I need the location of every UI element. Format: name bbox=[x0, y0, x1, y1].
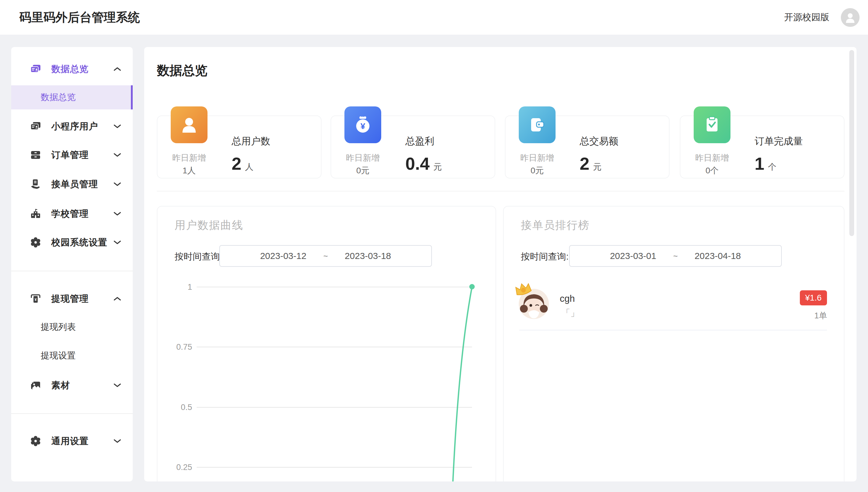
stat-delta-label: 昨日新增 bbox=[513, 152, 561, 164]
stat-unit: 元 bbox=[593, 162, 601, 172]
list-divider bbox=[520, 330, 827, 330]
svg-text:¥: ¥ bbox=[35, 298, 37, 302]
chevron-up-icon bbox=[113, 296, 121, 301]
sidebar: 数据总览 数据总览 小程序用户 bbox=[11, 47, 133, 482]
chevron-down-icon bbox=[113, 182, 121, 187]
courier-note: 「」 bbox=[561, 307, 579, 319]
users-stat-icon bbox=[171, 106, 208, 143]
withdraw-management-icon: ¥ bbox=[30, 293, 41, 304]
sidebar-item-label: 接单员管理 bbox=[51, 178, 113, 191]
stat-label: 订单完成量 bbox=[755, 135, 803, 148]
sidebar-subitem-withdraw-list[interactable]: 提现列表 bbox=[11, 315, 133, 339]
app-root: 码里码外后台管理系统 开源校园版 数据总览 bbox=[0, 0, 868, 492]
stat-main: 总用户数 2人 bbox=[232, 135, 270, 174]
stat-value: 0.4元 bbox=[405, 153, 442, 174]
sidebar-item-materials[interactable]: 素材 bbox=[11, 373, 133, 397]
sidebar-item-label: 校园系统设置 bbox=[51, 236, 113, 249]
sidebar-item-couriers[interactable]: 接单员管理 bbox=[11, 172, 133, 196]
edition-label: 开源校园版 bbox=[784, 11, 829, 24]
clipboard-check-stat-icon bbox=[694, 106, 730, 143]
end-date-input[interactable]: 2023-04-18 bbox=[695, 251, 741, 261]
section-divider bbox=[157, 191, 844, 192]
gear-icon bbox=[30, 237, 41, 248]
stat-yesterday: 昨日新增 1人 bbox=[165, 152, 214, 177]
courier-management-icon bbox=[30, 179, 41, 190]
sidebar-subitem-label: 数据总览 bbox=[41, 91, 76, 103]
page-title: 数据总览 bbox=[157, 62, 208, 79]
stat-delta-label: 昨日新增 bbox=[338, 152, 387, 164]
query-by-time-label: 按时间查询: bbox=[521, 250, 569, 263]
sidebar-item-schools[interactable]: 学校管理 bbox=[11, 202, 133, 226]
order-count: 1单 bbox=[814, 310, 827, 321]
chevron-down-icon bbox=[113, 211, 121, 216]
date-range-picker[interactable]: 2023-03-01 ~ 2023-04-18 bbox=[569, 245, 782, 267]
range-separator: ~ bbox=[673, 251, 678, 261]
sidebar-subitem-label: 提现设置 bbox=[41, 350, 76, 362]
stat-label: 总盈利 bbox=[405, 135, 442, 148]
stat-label: 总交易额 bbox=[580, 135, 618, 148]
header-right: 开源校园版 bbox=[784, 0, 860, 35]
stat-delta-value: 1人 bbox=[165, 164, 214, 177]
stat-main: 总盈利 0.4元 bbox=[405, 135, 442, 174]
school-management-icon bbox=[30, 208, 41, 219]
sidebar-item-general-settings[interactable]: 通用设置 bbox=[11, 429, 133, 453]
stat-card-total-transactions: 昨日新增 0元 总交易额 2元 bbox=[505, 116, 670, 178]
stat-value: 2人 bbox=[232, 153, 270, 174]
stat-delta-value: 0元 bbox=[338, 164, 387, 177]
stat-unit: 人 bbox=[245, 162, 254, 172]
user-curve-line bbox=[158, 206, 496, 482]
image-icon bbox=[30, 380, 41, 391]
courier-avatar bbox=[519, 289, 549, 319]
sidebar-item-orders[interactable]: 订单管理 bbox=[11, 143, 133, 167]
amount-badge: ¥1.6 bbox=[800, 290, 827, 305]
stat-main: 总交易额 2元 bbox=[580, 135, 618, 174]
user-chart-panel: 用户数据曲线 按时间查询: 2023-03-12 ~ 2023-03-18 1 … bbox=[157, 206, 496, 482]
stat-delta-value: 0元 bbox=[513, 164, 561, 177]
scrollbar-thumb[interactable] bbox=[849, 50, 854, 236]
stat-label: 总用户数 bbox=[232, 135, 270, 148]
sidebar-subitem-data-overview[interactable]: 数据总览 bbox=[11, 85, 133, 109]
stat-yesterday: 昨日新增 0元 bbox=[338, 152, 387, 177]
svg-text:¥: ¥ bbox=[360, 122, 365, 131]
chevron-up-icon bbox=[113, 67, 121, 71]
stat-card-completed-orders: 昨日新增 0个 订单完成量 1个 bbox=[680, 116, 844, 178]
data-overview-icon bbox=[30, 64, 41, 74]
miniprogram-users-icon bbox=[30, 121, 41, 132]
wallet-stat-icon bbox=[519, 106, 556, 143]
sidebar-item-label: 小程序用户 bbox=[51, 120, 113, 133]
start-date-input[interactable]: 2023-03-01 bbox=[610, 251, 656, 261]
courier-ranking-panel: 接单员排行榜 按时间查询: 2023-03-01 ~ 2023-04-18 bbox=[503, 206, 844, 482]
sidebar-item-miniprogram-users[interactable]: 小程序用户 bbox=[11, 114, 133, 139]
chevron-down-icon bbox=[113, 240, 121, 245]
stat-delta-label: 昨日新增 bbox=[688, 152, 737, 164]
sidebar-item-campus-settings[interactable]: 校园系统设置 bbox=[11, 230, 133, 254]
courier-name: cgh bbox=[560, 293, 575, 304]
sidebar-item-label: 素材 bbox=[51, 379, 113, 392]
stat-unit: 元 bbox=[433, 162, 442, 172]
gear-icon bbox=[30, 436, 41, 446]
sidebar-item-label: 通用设置 bbox=[51, 435, 113, 447]
person-icon bbox=[844, 11, 856, 24]
stat-main: 订单完成量 1个 bbox=[755, 135, 803, 174]
stat-card-total-users: 昨日新增 1人 总用户数 2人 bbox=[157, 116, 321, 178]
chevron-down-icon bbox=[113, 383, 121, 388]
sidebar-item-data-overview[interactable]: 数据总览 bbox=[11, 57, 133, 81]
panel-title: 接单员排行榜 bbox=[521, 218, 589, 233]
stat-yesterday: 昨日新增 0个 bbox=[688, 152, 737, 177]
app-title: 码里码外后台管理系统 bbox=[19, 0, 140, 35]
sidebar-divider bbox=[11, 271, 133, 271]
sidebar-item-label: 订单管理 bbox=[51, 149, 113, 161]
data-point-marker bbox=[469, 284, 475, 289]
sidebar-item-label: 数据总览 bbox=[51, 63, 113, 75]
stat-value: 1个 bbox=[755, 153, 803, 174]
sidebar-item-withdraw[interactable]: ¥ 提现管理 bbox=[11, 287, 133, 311]
stat-delta-label: 昨日新增 bbox=[165, 152, 214, 164]
chevron-down-icon bbox=[113, 152, 121, 157]
chevron-down-icon bbox=[113, 124, 121, 129]
top-header: 码里码外后台管理系统 开源校园版 bbox=[0, 0, 868, 35]
stat-yesterday: 昨日新增 0元 bbox=[513, 152, 561, 177]
sidebar-item-label: 提现管理 bbox=[51, 293, 113, 305]
money-bag-stat-icon: ¥ bbox=[344, 106, 381, 143]
sidebar-subitem-withdraw-settings[interactable]: 提现设置 bbox=[11, 344, 133, 368]
user-avatar[interactable] bbox=[841, 8, 860, 27]
